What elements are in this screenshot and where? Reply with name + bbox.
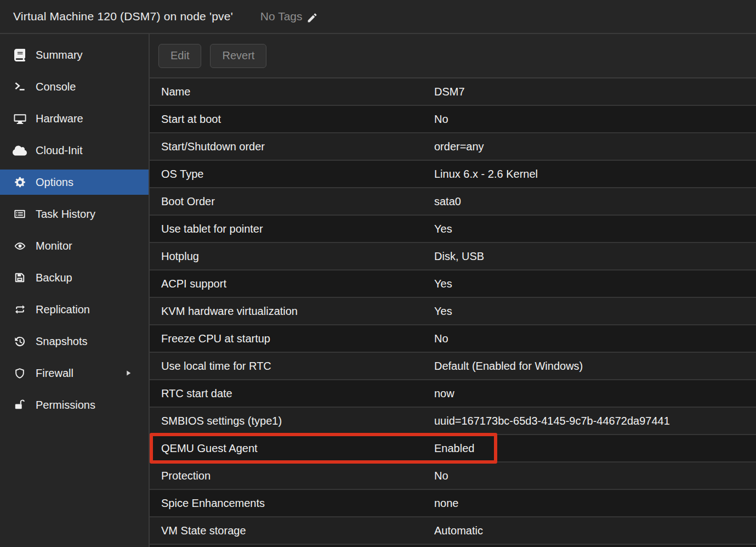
option-value: sata0 bbox=[434, 195, 756, 208]
sidebar-item-label: Backup bbox=[36, 272, 72, 284]
option-value: order=any bbox=[434, 140, 756, 153]
sidebar-item-summary[interactable]: Summary bbox=[0, 42, 149, 67]
sidebar-item-firewall[interactable]: Firewall bbox=[0, 360, 149, 386]
cloud-icon bbox=[12, 144, 27, 157]
floppy-icon bbox=[12, 271, 27, 284]
sidebar-item-replication[interactable]: Replication bbox=[0, 297, 149, 322]
table-row-qemu-guest-agent[interactable]: QEMU Guest Agent Enabled bbox=[150, 435, 756, 463]
sidebar-nav-list: Summary Console Hardware bbox=[0, 42, 149, 418]
option-value: Disk, USB bbox=[434, 250, 756, 263]
shield-icon bbox=[12, 366, 27, 380]
table-row-kvm[interactable]: KVM hardware virtualization Yes bbox=[150, 298, 756, 325]
eye-icon bbox=[12, 239, 27, 252]
table-row-protection[interactable]: Protection No bbox=[150, 463, 756, 490]
table-row-localtime[interactable]: Use local time for RTC Default (Enabled … bbox=[150, 353, 756, 380]
option-value: Yes bbox=[434, 278, 756, 290]
proxmox-app: Virtual Machine 120 (DSM7) on node 'pve'… bbox=[0, 0, 756, 547]
table-row-name[interactable]: Name DSM7 bbox=[150, 78, 756, 106]
sidebar-item-label: Permissions bbox=[36, 399, 95, 411]
sidebar-item-label: Hardware bbox=[36, 112, 83, 125]
sidebar-item-label: Firewall bbox=[36, 367, 73, 380]
sidebar-item-label: Snapshots bbox=[36, 335, 88, 348]
table-row-start-at-boot[interactable]: Start at boot No bbox=[150, 106, 756, 133]
option-value: uuid=167173bc-65d3-4145-9c7b-44672da9744… bbox=[434, 415, 756, 427]
option-label: OS Type bbox=[150, 168, 434, 181]
list-icon bbox=[12, 207, 27, 221]
tags-label: No Tags bbox=[260, 10, 303, 23]
option-label: Protection bbox=[150, 470, 434, 482]
table-row-tablet-pointer[interactable]: Use tablet for pointer Yes bbox=[150, 216, 756, 243]
table-row-os-type[interactable]: OS Type Linux 6.x - 2.6 Kernel bbox=[150, 161, 756, 188]
option-label: SMBIOS settings (type1) bbox=[150, 415, 434, 427]
option-label: Spice Enhancements bbox=[150, 497, 434, 510]
option-label: Name bbox=[150, 86, 434, 98]
terminal-icon bbox=[12, 80, 27, 93]
sidebar-item-monitor[interactable]: Monitor bbox=[0, 233, 149, 258]
option-label: QEMU Guest Agent bbox=[150, 442, 434, 455]
table-row-hotplug[interactable]: Hotplug Disk, USB bbox=[150, 243, 756, 270]
sidebar-item-label: Console bbox=[36, 81, 76, 93]
table-row-smbios[interactable]: SMBIOS settings (type1) uuid=167173bc-65… bbox=[150, 408, 756, 435]
option-value: No bbox=[434, 470, 756, 482]
option-label: Start at boot bbox=[150, 113, 434, 126]
sidebar-item-label: Monitor bbox=[36, 240, 72, 252]
sidebar-item-label: Replication bbox=[36, 303, 90, 316]
table-row-vm-state-storage[interactable]: VM State storage Automatic bbox=[150, 517, 756, 545]
sidebar-item-label: Task History bbox=[36, 208, 95, 221]
option-value: No bbox=[434, 113, 756, 126]
option-label: VM State storage bbox=[150, 525, 434, 537]
option-label: Use local time for RTC bbox=[150, 360, 434, 373]
table-row-acpi[interactable]: ACPI support Yes bbox=[150, 270, 756, 298]
sidebar-item-cloud-init[interactable]: Cloud-Init bbox=[0, 138, 149, 163]
option-label: Use tablet for pointer bbox=[150, 223, 434, 235]
sidebar-item-label: Cloud-Init bbox=[36, 144, 83, 157]
sidebar-item-permissions[interactable]: Permissions bbox=[0, 392, 149, 418]
table-row-boot-order[interactable]: Boot Order sata0 bbox=[150, 188, 756, 216]
revert-button[interactable]: Revert bbox=[210, 44, 266, 68]
option-label: Start/Shutdown order bbox=[150, 140, 434, 153]
table-row-spice[interactable]: Spice Enhancements none bbox=[150, 490, 756, 517]
history-icon bbox=[12, 335, 27, 348]
option-label: Hotplug bbox=[150, 250, 434, 263]
desktop-icon bbox=[12, 112, 27, 125]
titlebar: Virtual Machine 120 (DSM7) on node 'pve'… bbox=[0, 0, 756, 34]
option-value: Yes bbox=[434, 223, 756, 235]
table-row-freeze-cpu[interactable]: Freeze CPU at startup No bbox=[150, 325, 756, 353]
option-value: now bbox=[434, 387, 756, 400]
table-row-startup-order[interactable]: Start/Shutdown order order=any bbox=[150, 133, 756, 161]
unlock-icon bbox=[12, 398, 27, 411]
option-value: Automatic bbox=[434, 525, 756, 537]
sidebar-item-label: Options bbox=[36, 176, 73, 189]
table-row-rtc-start[interactable]: RTC start date now bbox=[150, 380, 756, 408]
options-panel: Edit Revert Name DSM7 Start at boot No S… bbox=[150, 34, 756, 547]
sidebar-item-console[interactable]: Console bbox=[0, 74, 149, 99]
sidebar: Summary Console Hardware bbox=[0, 34, 150, 547]
option-label: RTC start date bbox=[150, 387, 434, 400]
body: Summary Console Hardware bbox=[0, 34, 756, 547]
options-table: Name DSM7 Start at boot No Start/Shutdow… bbox=[150, 78, 756, 547]
sidebar-item-task-history[interactable]: Task History bbox=[0, 201, 149, 227]
pencil-icon bbox=[306, 11, 318, 22]
sidebar-item-snapshots[interactable]: Snapshots bbox=[0, 329, 149, 354]
sidebar-item-options[interactable]: Options bbox=[0, 170, 149, 195]
option-value: Yes bbox=[434, 305, 756, 318]
page-title: Virtual Machine 120 (DSM7) on node 'pve' bbox=[13, 10, 233, 23]
caret-right-icon bbox=[125, 369, 132, 377]
toolbar: Edit Revert bbox=[150, 34, 756, 78]
option-label: KVM hardware virtualization bbox=[150, 305, 434, 318]
sidebar-item-hardware[interactable]: Hardware bbox=[0, 106, 149, 131]
option-value: Linux 6.x - 2.6 Kernel bbox=[434, 168, 756, 181]
option-value: No bbox=[434, 332, 756, 345]
option-label: Freeze CPU at startup bbox=[150, 332, 434, 345]
sidebar-item-backup[interactable]: Backup bbox=[0, 265, 149, 290]
edit-button[interactable]: Edit bbox=[158, 44, 201, 68]
book-icon bbox=[12, 48, 27, 61]
option-value: Default (Enabled for Windows) bbox=[434, 360, 756, 373]
option-value: Enabled bbox=[434, 442, 756, 455]
option-value: none bbox=[434, 497, 756, 510]
option-label: ACPI support bbox=[150, 278, 434, 290]
sidebar-item-label: Summary bbox=[36, 49, 83, 61]
gear-icon bbox=[12, 176, 27, 189]
retweet-icon bbox=[12, 303, 27, 316]
edit-tags-button[interactable]: No Tags bbox=[260, 10, 318, 23]
